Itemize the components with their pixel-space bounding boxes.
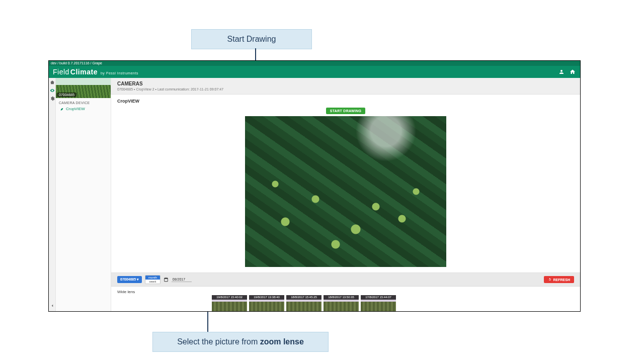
thumbnail-timestamp: 18/8/2017 13:50:35 [324,295,359,300]
thumbnail-timestamp: 19/8/2017 15:40:02 [212,295,247,300]
thumbnail-timestamp: 19/8/2017 13:38:40 [249,295,284,300]
thumbnail[interactable]: 18/8/2017 15:45:25 [286,295,321,311]
camera-device-header: CAMERA DEVICE [56,98,111,106]
wide-lens-label: Wide lens [111,287,580,295]
left-icon-rail [49,78,56,311]
date-field[interactable]: 08/2017 [172,278,192,282]
calendar-icon[interactable] [164,277,169,282]
thumbnail[interactable]: 19/8/2017 13:38:40 [249,295,284,311]
rail-gear-icon[interactable] [50,96,55,101]
refresh-label: REFRESH [553,278,570,282]
top-header: FieldClimate by Pessl Instruments [49,66,580,78]
range-month[interactable]: month [145,276,160,280]
thumbnail[interactable]: 17/8/2017 15:44:07 [361,295,396,311]
brand-logo: FieldClimate by Pessl Instruments [53,68,138,76]
brand-part2: Climate [70,68,98,76]
leaf-icon [60,107,64,111]
brand-part1: Field [53,68,69,76]
sidebar-item-label: CropVIEW [66,107,85,111]
range-toggle[interactable]: month week [145,275,160,284]
image-area: START DRAWING [111,106,580,273]
annotation-zoom-text: Select the picture from [177,337,260,346]
main-column: CAMERAS 07004685 • CropView 2 • Last com… [111,78,580,311]
main-camera-image[interactable] [245,116,446,267]
home-icon[interactable] [569,68,576,75]
cameras-header: CAMERAS 07004685 • CropView 2 • Last com… [111,78,580,95]
station-thumbnail[interactable]: 07004685 [56,78,111,98]
rail-collapse-icon[interactable] [50,303,55,308]
cameras-title: CAMERAS [117,81,574,86]
app-frame: dev / build 0.7.20171116 / Grape FieldCl… [48,60,581,312]
start-drawing-button[interactable]: START DRAWING [326,108,366,114]
annotation-start-drawing: Start Drawing [191,29,312,49]
annotation-zoom-bold: zoom lense [260,337,304,346]
thumbnail-strip: 19/8/2017 15:40:02 19/8/2017 13:38:40 18… [111,295,580,311]
thumbnail-timestamp: 17/8/2017 15:44:07 [361,295,396,300]
thumbnail[interactable]: 18/8/2017 13:50:35 [324,295,359,311]
range-week[interactable]: week [145,280,160,284]
cameras-subtitle: 07004685 • CropView 2 • Last communicati… [117,87,574,91]
user-icon[interactable] [558,68,565,75]
station-select-pill[interactable]: 07004685 ▾ [117,276,142,283]
station-panel: 07004685 CAMERA DEVICE CropVIEW [56,78,111,311]
thumbnail-timestamp: 18/8/2017 15:45:25 [286,295,321,300]
brand-byline: by Pessl Instruments [101,71,138,75]
station-id-badge: 07004685 [57,93,76,97]
thumbnail[interactable]: 19/8/2017 15:40:02 [212,295,247,311]
annotation-zoom-lense: Select the picture from zoom lense [152,332,329,352]
filter-bar: 07004685 ▾ month week 08/2017 REFRESH [111,273,580,287]
rail-home-icon[interactable] [50,80,55,85]
rail-eye-icon[interactable] [50,88,55,93]
sidebar-item-cropview[interactable]: CropVIEW [56,106,111,112]
build-info-bar: dev / build 0.7.20171116 / Grape [49,61,580,66]
refresh-button[interactable]: REFRESH [544,276,574,283]
refresh-icon [548,278,552,282]
cropview-label: CropVIEW [111,95,580,106]
